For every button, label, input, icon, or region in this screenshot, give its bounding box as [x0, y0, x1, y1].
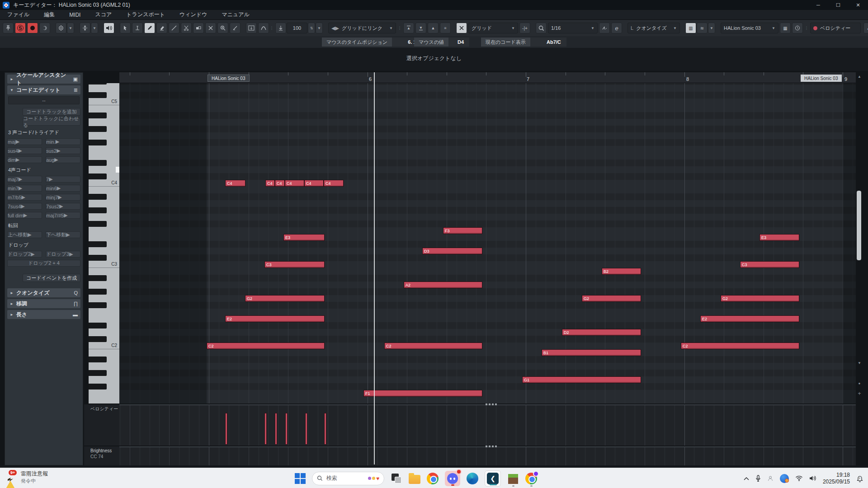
chord-play-arrow[interactable]: ▶: [16, 139, 19, 145]
piano-key[interactable]: [89, 309, 119, 315]
app-tray-icon[interactable]: [780, 474, 789, 483]
input-options-dropdown[interactable]: ▼: [708, 23, 715, 33]
taskbar-search-box[interactable]: 検索 ♥: [312, 472, 384, 485]
velocity-bar[interactable]: [324, 413, 326, 445]
iterative-quantize-icon[interactable]: [599, 23, 610, 33]
midi-note[interactable]: B1: [542, 349, 641, 356]
minecraft-icon[interactable]: [507, 473, 519, 484]
piano-key[interactable]: [89, 295, 119, 302]
cc-lane[interactable]: [119, 446, 856, 465]
piano-key[interactable]: [89, 146, 119, 153]
piano-key[interactable]: [89, 85, 119, 92]
piano-key[interactable]: [89, 214, 119, 221]
midi-note[interactable]: A2: [404, 282, 482, 288]
section-length[interactable]: ►長さ▬: [7, 310, 80, 319]
piano-key[interactable]: [89, 248, 119, 254]
chord-tetrad-full-dim[interactable]: full dim▶: [7, 212, 42, 219]
velocity-bar[interactable]: [275, 413, 277, 445]
chord-play-arrow[interactable]: ▶: [31, 251, 34, 257]
nudge-end-button[interactable]: ▲: [428, 23, 439, 33]
chord-tetrad-maj7[interactable]: maj7▶: [7, 176, 42, 183]
task-view-button[interactable]: [391, 473, 402, 484]
part-editing-curve-icon[interactable]: [258, 23, 269, 33]
piano-key[interactable]: [89, 241, 119, 248]
chord-play-arrow[interactable]: ▶: [19, 185, 22, 191]
piano-black-key[interactable]: [89, 194, 107, 200]
piano-key[interactable]: [89, 139, 119, 146]
piano-black-key[interactable]: [89, 370, 107, 376]
midi-note[interactable]: C3: [264, 261, 325, 268]
piano-key[interactable]: [89, 349, 119, 356]
chord-track-action-button[interactable]: コードトラックに合わせる: [23, 118, 80, 126]
section-scale-assistant[interactable]: ►スケールアシスタント▣: [7, 75, 80, 84]
chord-play-arrow[interactable]: ▶: [21, 203, 24, 209]
acoustic-feedback-moon-icon[interactable]: [39, 23, 50, 33]
piano-key[interactable]: [89, 390, 119, 397]
section-transpose[interactable]: ►移調∏: [7, 299, 80, 308]
object-selection-tool[interactable]: [120, 23, 131, 33]
midi-note[interactable]: E2: [700, 315, 799, 322]
piano-key[interactable]: [89, 234, 119, 241]
note-expression-icon[interactable]: [56, 23, 66, 33]
piano-key[interactable]: [89, 92, 119, 99]
chord-play-arrow[interactable]: ▶: [24, 212, 27, 218]
piano-key[interactable]: [89, 221, 119, 227]
piano-key[interactable]: [89, 119, 119, 126]
chord-play-arrow[interactable]: ▶: [49, 176, 52, 182]
volume-icon[interactable]: [809, 475, 816, 481]
piano-black-key[interactable]: [89, 302, 107, 308]
midi-note[interactable]: F1: [363, 390, 482, 397]
midi-note[interactable]: C4: [225, 180, 245, 187]
chord-tetrad-maj7-5[interactable]: maj7/#5▶: [46, 212, 80, 219]
tray-expand-chevron-icon[interactable]: [744, 477, 749, 480]
piano-black-key[interactable]: [89, 323, 107, 328]
autoscroll-button[interactable]: [246, 23, 257, 33]
minimize-button[interactable]: ─: [808, 0, 828, 10]
vertical-scrollbar[interactable]: [857, 191, 861, 260]
piano-key[interactable]: [89, 397, 119, 404]
part-start-label[interactable]: HALion Sonic 03: [208, 75, 250, 82]
chord-play-arrow[interactable]: ▶: [66, 232, 70, 238]
quantize-settings-icon[interactable]: e: [611, 23, 622, 33]
piano-key[interactable]: [89, 105, 119, 112]
piano-key[interactable]: [89, 302, 119, 309]
pitch-visibility-dropdown[interactable]: ◀▶グリッドにリンク▼: [328, 23, 396, 33]
menu-manual[interactable]: マニュアル: [214, 10, 256, 19]
zoom-preset-dot[interactable]: ●: [857, 380, 862, 386]
split-scissors-tool[interactable]: [181, 23, 192, 33]
quantize-magnifier-icon[interactable]: [536, 23, 547, 33]
grid-type-dropdown[interactable]: グリッド▼: [468, 23, 518, 33]
insert-velocity-icon[interactable]: [275, 23, 286, 33]
chord-play-arrow[interactable]: ▶: [22, 194, 25, 200]
velocity-bar[interactable]: [264, 413, 267, 445]
scroll-up-button[interactable]: ▲: [857, 74, 862, 79]
midi-note[interactable]: E2: [225, 315, 325, 322]
chord-triad-sus2[interactable]: sus2▶: [46, 147, 80, 154]
piano-key[interactable]: [89, 275, 119, 282]
midi-note[interactable]: C4: [304, 180, 324, 187]
chord-triad-min-[interactable]: min.▶: [46, 138, 80, 145]
menu-edit[interactable]: 編集: [37, 10, 62, 19]
menu-score[interactable]: スコア: [88, 10, 119, 19]
zoom-in-button[interactable]: +: [857, 391, 862, 396]
piano-black-key[interactable]: [89, 140, 107, 145]
midi-note[interactable]: D3: [422, 248, 482, 254]
piano-key[interactable]: [89, 200, 119, 207]
piano-black-key[interactable]: [89, 241, 107, 247]
edge-icon[interactable]: [467, 473, 478, 484]
piano-black-key[interactable]: [89, 126, 107, 132]
controller-select-icon[interactable]: [80, 23, 90, 33]
velocity-bar[interactable]: [225, 413, 227, 445]
velocity-lane[interactable]: [119, 404, 856, 446]
window-zones-icon[interactable]: ↙: [863, 23, 868, 33]
trim-tool[interactable]: [132, 23, 143, 33]
note-expression-dropdown[interactable]: ▼: [67, 23, 74, 33]
comp-tool[interactable]: [230, 23, 241, 33]
draw-tool[interactable]: [144, 23, 155, 33]
midi-clock-icon[interactable]: [792, 23, 803, 33]
chord-track-action-button[interactable]: コードトラックを追加: [23, 108, 80, 116]
piano-key[interactable]: [89, 336, 119, 343]
piano-key[interactable]: [89, 126, 119, 132]
nudge-start-right-button[interactable]: ▼: [415, 23, 426, 33]
piano-black-key[interactable]: [89, 336, 107, 342]
